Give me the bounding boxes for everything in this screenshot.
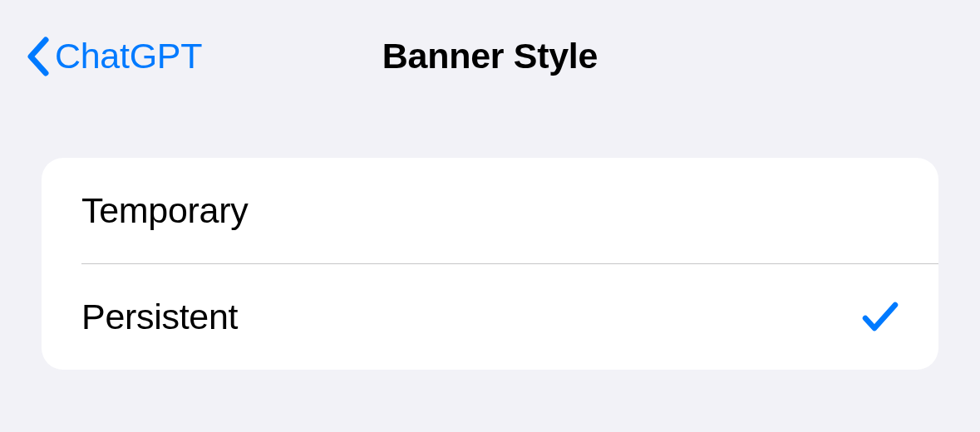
option-persistent[interactable]: Persistent (42, 264, 938, 370)
option-label: Temporary (81, 190, 248, 231)
option-label: Persistent (81, 297, 238, 337)
checkmark-icon (862, 301, 899, 334)
option-temporary[interactable]: Temporary (42, 158, 938, 263)
options-list: Temporary Persistent (42, 158, 938, 370)
nav-bar: ChatGPT Banner Style (0, 0, 980, 112)
chevron-left-icon (25, 37, 50, 76)
back-label: ChatGPT (55, 36, 202, 76)
back-button[interactable]: ChatGPT (25, 36, 202, 76)
page-title: Banner Style (382, 36, 598, 76)
